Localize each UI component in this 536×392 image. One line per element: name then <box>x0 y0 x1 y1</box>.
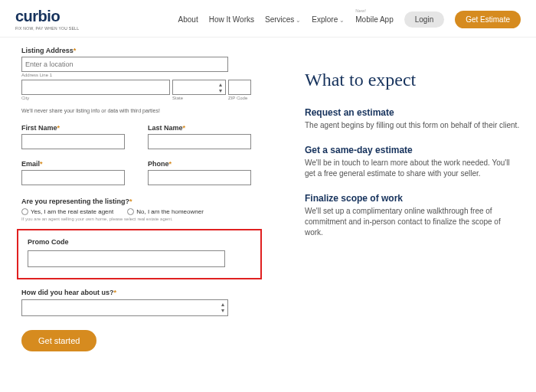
section-3-text: We'll set up a complimentary online walk… <box>305 206 521 238</box>
nav-about[interactable]: About <box>178 15 198 24</box>
radio-icon <box>21 208 28 215</box>
hear-about-select[interactable]: ▴▾ <box>21 299 228 316</box>
new-badge: New! <box>355 8 366 13</box>
login-button[interactable]: Login <box>404 11 444 28</box>
nav-explore[interactable]: Explore⌄ <box>312 15 345 24</box>
logo-text: curbio <box>15 8 60 24</box>
get-started-button[interactable]: Get started <box>21 330 96 351</box>
select-arrows-icon: ▴▾ <box>219 82 222 94</box>
section-2-title: Get a same-day estimate <box>305 145 521 155</box>
radio-agent-label: Yes, I am the real estate agent <box>31 208 113 215</box>
select-arrows-icon: ▴▾ <box>221 302 224 314</box>
nav-explore-label: Explore <box>312 15 338 24</box>
nav-services-label: Services <box>265 15 294 24</box>
logo[interactable]: curbio FIX NOW, PAY WHEN YOU SELL <box>15 8 79 31</box>
nav-services[interactable]: Services⌄ <box>265 15 301 24</box>
city-sublabel: City <box>21 96 170 100</box>
representing-label: Are you representing the listing?* <box>21 198 251 205</box>
radio-homeowner-label: No, I am the homeowner <box>136 208 204 215</box>
hear-about-label: How did you hear about us?* <box>21 289 251 296</box>
chevron-down-icon: ⌄ <box>339 17 345 24</box>
info-column: What to expect Request an estimate The a… <box>282 47 521 351</box>
get-estimate-button[interactable]: Get Estimate <box>455 11 521 28</box>
promo-code-highlight: Promo Code <box>17 229 262 279</box>
last-name-input[interactable] <box>148 134 251 149</box>
section-2-text: We'll be in touch to learn more about th… <box>305 158 521 179</box>
state-sublabel: State <box>172 96 226 100</box>
radio-homeowner[interactable]: No, I am the homeowner <box>127 208 204 215</box>
last-name-label: Last Name* <box>148 124 251 132</box>
zip-input[interactable] <box>228 80 251 95</box>
listing-address-input[interactable] <box>21 57 228 72</box>
main-content: Listing Address* Address Line 1 City ▴▾ … <box>0 38 536 359</box>
zip-sublabel: ZIP Code <box>228 96 251 100</box>
section-1-title: Request an estimate <box>305 107 521 118</box>
privacy-hint: We'll never share your listing info or d… <box>21 108 251 113</box>
section-3-title: Finalize scope of work <box>305 193 521 204</box>
city-input[interactable] <box>21 80 170 95</box>
email-input[interactable] <box>21 170 125 185</box>
header: curbio FIX NOW, PAY WHEN YOU SELL About … <box>0 0 536 38</box>
representing-hint: If you are an agent selling your own hom… <box>21 217 251 221</box>
promo-code-input[interactable] <box>28 250 225 267</box>
top-nav: About How It Works Services⌄ Explore⌄ Ne… <box>178 11 521 28</box>
listing-address-label: Listing Address* <box>21 47 251 54</box>
promo-code-label: Promo Code <box>28 238 251 246</box>
section-1-text: The agent begins by filling out this for… <box>305 120 521 131</box>
radio-agent[interactable]: Yes, I am the real estate agent <box>21 208 113 215</box>
radio-icon <box>127 208 134 215</box>
first-name-input[interactable] <box>21 134 125 149</box>
location-row: City ▴▾ State ZIP Code <box>21 80 251 100</box>
nav-how-it-works[interactable]: How It Works <box>209 15 254 24</box>
phone-label: Phone* <box>148 160 251 168</box>
chevron-down-icon: ⌄ <box>296 17 301 24</box>
state-select[interactable]: ▴▾ <box>172 80 226 95</box>
what-to-expect-title: What to expect <box>305 70 521 90</box>
nav-mobile-app[interactable]: New!Mobile App <box>355 15 393 24</box>
first-name-label: First Name* <box>21 124 125 132</box>
nav-mobile-label: Mobile App <box>355 15 393 24</box>
form-column: Listing Address* Address Line 1 City ▴▾ … <box>21 47 251 351</box>
address-line-sublabel: Address Line 1 <box>21 73 251 77</box>
logo-subtitle: FIX NOW, PAY WHEN YOU SELL <box>15 26 79 31</box>
email-label: Email* <box>21 160 125 168</box>
phone-input[interactable] <box>148 170 251 185</box>
